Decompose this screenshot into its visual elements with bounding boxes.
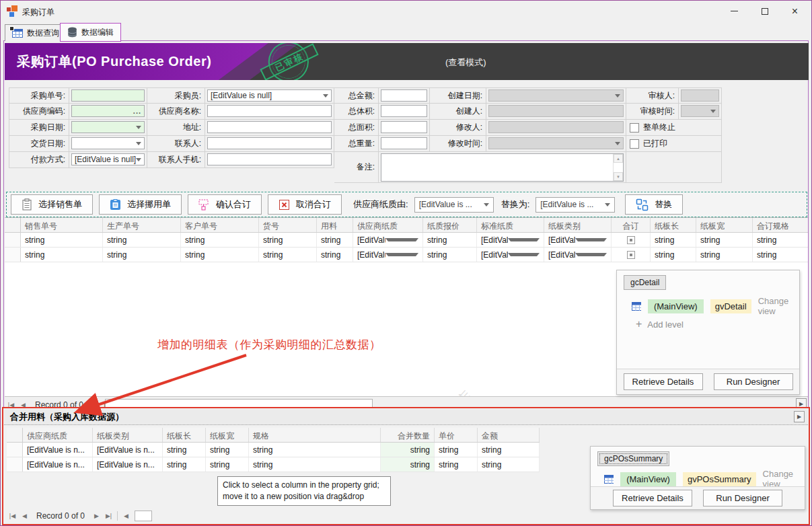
- expand-summary-button[interactable]: ▶: [794, 411, 805, 422]
- cell-board_type[interactable]: [EditValue is n...: [93, 457, 163, 472]
- cell-prod_no[interactable]: string: [103, 248, 181, 262]
- column-header-board_wid[interactable]: 纸板宽: [696, 218, 753, 232]
- cell-board_len[interactable]: string: [163, 457, 206, 472]
- run-designer-button[interactable]: Run Designer: [714, 373, 793, 390]
- cell-board_wid[interactable]: string: [696, 248, 753, 262]
- add-level-link[interactable]: +Add level: [636, 319, 684, 330]
- column-header-item_no[interactable]: 货号: [259, 218, 317, 232]
- cell-std_paper[interactable]: [EditValue is...: [477, 233, 544, 247]
- column-header-board_len[interactable]: 纸板长: [651, 218, 696, 232]
- scroll-left-icon[interactable]: ◀: [121, 511, 131, 521]
- cell-merge_spec[interactable]: string: [753, 233, 808, 247]
- audit-time-combo[interactable]: [681, 105, 719, 117]
- tab-data-edit[interactable]: 数据编辑: [60, 23, 121, 42]
- order-terminated-checkbox[interactable]: 整单终止: [626, 120, 722, 136]
- maximize-button[interactable]: [749, 1, 780, 22]
- column-header-merge_spec[interactable]: 合订规格: [753, 218, 808, 232]
- cell-spec[interactable]: string: [249, 443, 381, 457]
- cell-board_wid[interactable]: string: [206, 443, 249, 457]
- view-name-badge[interactable]: gvDetail: [710, 299, 751, 313]
- column-header-supplier_paper[interactable]: 供应商纸质: [23, 428, 93, 442]
- column-header-merge_qty[interactable]: 合并数量: [381, 428, 435, 442]
- cell-paper_quote[interactable]: string: [423, 248, 477, 262]
- supplier-paper-from-combo[interactable]: [EditValue is ...: [414, 197, 494, 213]
- cell-item_no[interactable]: string: [259, 248, 317, 262]
- modify-time-combo[interactable]: [488, 137, 624, 149]
- purchase-date-combo[interactable]: [71, 121, 145, 133]
- column-header-board_wid[interactable]: 纸板宽: [206, 428, 249, 442]
- modifier-input[interactable]: [488, 121, 624, 133]
- contact-phone-input[interactable]: [207, 153, 332, 165]
- cell-board_type[interactable]: [EditValue is n...: [93, 443, 163, 457]
- retrieve-details-button[interactable]: Retrieve Details: [624, 373, 703, 390]
- confirm-merge-button[interactable]: 确认合订: [188, 194, 262, 215]
- run-designer-button[interactable]: Run Designer: [703, 490, 782, 506]
- cell-cust_no[interactable]: string: [181, 233, 259, 247]
- supplier-code-input[interactable]: ...: [71, 105, 145, 117]
- auditor-input[interactable]: [681, 89, 719, 102]
- create-date-combo[interactable]: [488, 89, 624, 102]
- cell-merge_spec[interactable]: string: [753, 248, 808, 262]
- minimize-button[interactable]: [719, 1, 749, 22]
- cell-prod_no[interactable]: string: [103, 233, 181, 247]
- cell-merge[interactable]: [612, 233, 651, 247]
- buyer-combo[interactable]: [EditValue is null]: [207, 89, 332, 102]
- main-view-badge[interactable]: (MainView): [620, 472, 676, 486]
- view-name-badge[interactable]: gvPOsSummary: [683, 472, 756, 486]
- cell-paper_quote[interactable]: string: [423, 233, 477, 247]
- column-header-cust_no[interactable]: 客户单号: [181, 218, 259, 232]
- select-sales-order-button[interactable]: 选择销售单: [11, 194, 93, 215]
- cell-merge[interactable]: [612, 248, 651, 262]
- prev-record-icon[interactable]: ◀: [20, 511, 30, 521]
- column-header-amount[interactable]: 金额: [478, 428, 540, 442]
- cell-board_type[interactable]: [EditValue...: [544, 233, 612, 247]
- change-view-link[interactable]: Change view: [758, 296, 799, 316]
- main-view-badge[interactable]: (MainView): [648, 299, 704, 313]
- cell-board_wid[interactable]: string: [696, 233, 753, 247]
- total-amount-input[interactable]: [381, 89, 427, 102]
- cell-board_len[interactable]: string: [651, 233, 696, 247]
- cell-std_paper[interactable]: [EditValue is...: [477, 248, 544, 262]
- payment-method-combo[interactable]: [EditValue is null]: [71, 153, 145, 165]
- scroll-up-icon[interactable]: ▲: [614, 154, 623, 163]
- close-button[interactable]: ×: [780, 1, 810, 22]
- scroll-down-icon[interactable]: ▼: [614, 172, 623, 181]
- column-header-merge[interactable]: 合订: [612, 218, 651, 232]
- cell-unit_price[interactable]: string: [435, 443, 478, 457]
- column-header-std_paper[interactable]: 标准纸质: [477, 218, 544, 232]
- remark-textarea[interactable]: ▲▼: [381, 153, 624, 182]
- column-header-paper_quote[interactable]: 纸质报价: [423, 218, 477, 232]
- scrollbar[interactable]: ▲▼: [613, 154, 623, 181]
- purchase-no-input[interactable]: [71, 89, 145, 102]
- column-header-board_len[interactable]: 纸板长: [163, 428, 206, 442]
- tab-data-query[interactable]: 数据查询: [5, 24, 67, 41]
- select-divert-order-button[interactable]: 选择挪用单: [99, 194, 182, 215]
- cell-material[interactable]: string: [317, 248, 353, 262]
- gcdetail-tab[interactable]: gcDetail: [624, 275, 666, 290]
- cell-board_wid[interactable]: string: [206, 457, 249, 472]
- column-header-sales_no[interactable]: 销售单号: [21, 218, 103, 232]
- replace-to-combo[interactable]: [EditValue is ...: [536, 197, 615, 213]
- cell-merge_qty[interactable]: string: [381, 443, 435, 457]
- cell-board_type[interactable]: [EditValue...: [544, 248, 612, 262]
- cell-supplier_paper[interactable]: [EditValue is n...: [23, 457, 93, 472]
- column-header-spec[interactable]: 规格: [249, 428, 381, 442]
- total-area-input[interactable]: [381, 121, 427, 133]
- column-header-board_type[interactable]: 纸板类别: [93, 428, 163, 442]
- retrieve-details-button[interactable]: Retrieve Details: [613, 490, 692, 506]
- replace-button[interactable]: 替换: [625, 194, 683, 215]
- column-header-board_type[interactable]: 纸板类别: [544, 218, 612, 232]
- horizontal-scrollbar[interactable]: [135, 511, 152, 521]
- cell-spec[interactable]: string: [249, 457, 381, 472]
- row-indicator[interactable]: [5, 248, 21, 262]
- row-indicator[interactable]: [7, 457, 23, 472]
- cell-cust_no[interactable]: string: [181, 248, 259, 262]
- last-record-icon[interactable]: ▶|: [104, 511, 114, 521]
- cell-amount[interactable]: string: [478, 457, 540, 472]
- cell-unit_price[interactable]: string: [435, 457, 478, 472]
- cell-supplier_paper[interactable]: [EditValue is n...: [23, 443, 93, 457]
- ellipsis-button-icon[interactable]: ...: [133, 108, 141, 114]
- first-record-icon[interactable]: |◀: [7, 511, 17, 521]
- supplier-name-input[interactable]: [207, 105, 332, 117]
- printed-checkbox[interactable]: 已打印: [626, 136, 722, 152]
